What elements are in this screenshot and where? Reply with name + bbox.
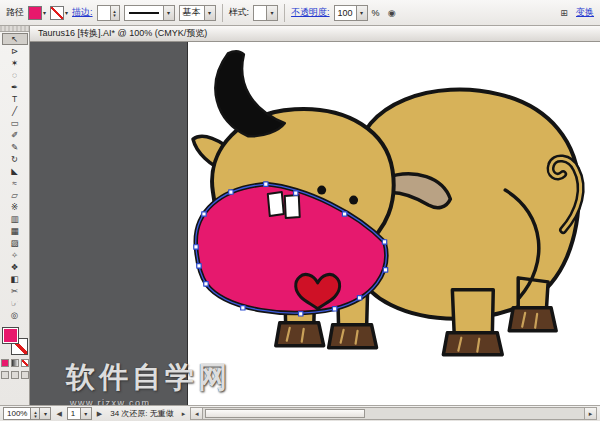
- eyedropper-tool[interactable]: ✧: [2, 249, 28, 261]
- anchor-point[interactable]: [197, 264, 201, 268]
- bull-black-horn[interactable]: [215, 51, 284, 136]
- pen-tool[interactable]: ✒: [2, 81, 28, 93]
- scrollbar-thumb[interactable]: [205, 409, 365, 418]
- blend-tool[interactable]: ❖: [2, 261, 28, 273]
- selection-tool[interactable]: ↖: [2, 33, 28, 45]
- opacity-link[interactable]: 不透明度:: [291, 6, 330, 19]
- spinner-down-icon[interactable]: ▾: [111, 13, 119, 17]
- gradient-mode-button[interactable]: [11, 359, 19, 367]
- bull-hind-near-hoof[interactable]: [443, 333, 502, 355]
- document-title: Taurus16 [转换].AI* @ 100% (CMYK/预览): [38, 27, 207, 40]
- lasso-tool[interactable]: ◌: [2, 69, 28, 81]
- stroke-width-combo[interactable]: ▴▾: [97, 5, 120, 21]
- spinner-down-icon[interactable]: ▾: [31, 414, 39, 418]
- color-mode-button[interactable]: [1, 359, 9, 367]
- scissors-tool[interactable]: ✂: [2, 285, 28, 297]
- free-transform-tool[interactable]: ▱: [2, 189, 28, 201]
- bull-right-eye[interactable]: [349, 196, 358, 205]
- toolbar-tools: ↖⊳✶◌✒T╱▭✐✎↻◣≈▱※▥▦▨✧❖◧✂☞◎: [0, 32, 29, 321]
- bull-front-right-hoof[interactable]: [329, 325, 377, 348]
- zoom-tool[interactable]: ◎: [2, 309, 28, 321]
- rotate-tool[interactable]: ↻: [2, 153, 28, 165]
- stroke-profile-dropdown[interactable]: ▾: [124, 5, 175, 21]
- anchor-point[interactable]: [332, 307, 336, 311]
- spinner-icon[interactable]: ▴▾: [110, 6, 119, 20]
- mesh-tool[interactable]: ▦: [2, 225, 28, 237]
- chevron-down-icon: ▾: [356, 6, 367, 20]
- opacity-combo[interactable]: 100 ▾: [334, 5, 368, 21]
- graph-tool[interactable]: ▥: [2, 213, 28, 225]
- scroll-left-icon[interactable]: ◂: [191, 408, 203, 419]
- stroke-profile-preview: [129, 12, 159, 14]
- bull-front-left-hoof[interactable]: [276, 323, 324, 346]
- scrollbar-track[interactable]: [203, 408, 584, 419]
- scroll-right-icon[interactable]: ▸: [584, 408, 596, 419]
- anchor-point[interactable]: [357, 296, 361, 300]
- anchor-point[interactable]: [202, 212, 206, 216]
- chevron-down-icon: ▾: [80, 408, 91, 419]
- anchor-point[interactable]: [264, 182, 268, 186]
- bull-hind-near-leg[interactable]: [452, 290, 493, 338]
- chevron-down-icon: ▾: [204, 6, 215, 20]
- next-page-button[interactable]: ▶: [95, 410, 104, 418]
- horizontal-scrollbar[interactable]: ◂ ▸: [190, 407, 597, 420]
- pasteboard: 软件自学网 www.rjzxw.com: [30, 42, 600, 405]
- toolbar-fill-swatch[interactable]: [2, 327, 19, 344]
- brush-definition-dropdown[interactable]: 基本 ▾: [179, 5, 216, 21]
- screen-mode-row: [1, 371, 29, 379]
- chevron-down-icon: ▾: [39, 408, 50, 419]
- anchor-point[interactable]: [229, 190, 233, 194]
- none-mode-button[interactable]: [21, 359, 29, 367]
- line-segment-tool[interactable]: ╱: [2, 105, 28, 117]
- align-grid-icon[interactable]: ⊞: [556, 5, 572, 21]
- screen-mode-full-button[interactable]: [21, 371, 29, 379]
- magic-wand-tool[interactable]: ✶: [2, 57, 28, 69]
- bull-tooth-right[interactable]: [285, 195, 300, 218]
- anchor-point[interactable]: [294, 191, 298, 195]
- anchor-point[interactable]: [383, 268, 387, 272]
- anchor-point[interactable]: [342, 212, 346, 216]
- stroke-none-chip: [50, 6, 64, 20]
- chevron-down-icon: ▾: [65, 9, 68, 16]
- symbol-sprayer-tool[interactable]: ※: [2, 201, 28, 213]
- style-dropdown[interactable]: ▾: [253, 5, 278, 21]
- artboard[interactable]: [187, 42, 600, 405]
- page-number-combo[interactable]: 1 ▾: [67, 407, 92, 420]
- live-paint-bucket-tool[interactable]: ◧: [2, 273, 28, 285]
- paintbrush-tool[interactable]: ✐: [2, 129, 28, 141]
- chevron-down-icon: ▾: [43, 9, 46, 16]
- zoom-level-combo[interactable]: 100% ▴▾ ▾: [3, 407, 51, 420]
- anchor-point[interactable]: [241, 306, 245, 310]
- recolor-artwork-icon[interactable]: ◉: [384, 5, 400, 21]
- bull-tooth-left[interactable]: [268, 192, 284, 216]
- type-tool[interactable]: T: [2, 93, 28, 105]
- anchor-point[interactable]: [204, 282, 208, 286]
- pencil-tool[interactable]: ✎: [2, 141, 28, 153]
- gradient-tool[interactable]: ▨: [2, 237, 28, 249]
- bull-left-eye[interactable]: [317, 186, 326, 195]
- screen-mode-normal-button[interactable]: [1, 371, 9, 379]
- chevron-down-icon: ▾: [266, 6, 277, 20]
- fill-color-control[interactable]: ▾: [28, 6, 46, 20]
- undo-status-text: 34 次还原: 无重做: [107, 408, 177, 419]
- hand-tool[interactable]: ☞: [2, 297, 28, 309]
- anchor-point[interactable]: [299, 312, 303, 316]
- bull-hind-far-hoof[interactable]: [509, 308, 556, 331]
- status-menu-icon[interactable]: ▸: [180, 410, 188, 418]
- previous-page-button[interactable]: ◀: [54, 410, 63, 418]
- spinner-icon[interactable]: ▴▾: [30, 408, 39, 419]
- direct-selection-tool[interactable]: ⊳: [2, 45, 28, 57]
- document-tab[interactable]: Taurus16 [转换].AI* @ 100% (CMYK/预览): [30, 26, 600, 42]
- transform-link[interactable]: 变换: [576, 6, 594, 19]
- opacity-unit-label: %: [372, 8, 380, 18]
- anchor-point[interactable]: [382, 240, 386, 244]
- screen-mode-menu-button[interactable]: [11, 371, 19, 379]
- rectangle-tool[interactable]: ▭: [2, 117, 28, 129]
- anchor-point[interactable]: [194, 245, 198, 249]
- status-bar: 100% ▴▾ ▾ ◀ 1 ▾ ▶ 34 次还原: 无重做 ▸ ◂ ▸: [0, 405, 600, 421]
- stroke-color-control[interactable]: ▾: [50, 6, 68, 20]
- stroke-panel-link[interactable]: 描边:: [72, 6, 93, 19]
- warp-tool[interactable]: ≈: [2, 177, 28, 189]
- scale-tool[interactable]: ◣: [2, 165, 28, 177]
- bull-illustration: [188, 42, 600, 405]
